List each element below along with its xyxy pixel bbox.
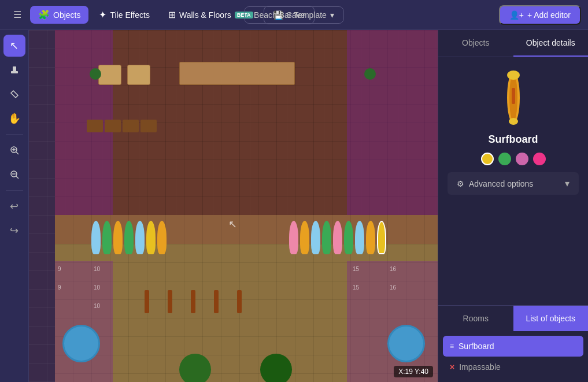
svg-rect-1 [13, 66, 16, 72]
coordinate-display: X:19 Y:40 [394, 366, 433, 377]
fountain-right [387, 325, 425, 362]
svg-point-14 [509, 118, 518, 125]
tab-list-of-objects[interactable]: List of objects [513, 306, 589, 331]
walls-floors-icon: ⊞ [168, 9, 176, 20]
tab-objects-label: Objects [462, 38, 489, 47]
color-swatch-green[interactable] [498, 153, 511, 165]
sidebar-divider-2 [6, 190, 23, 191]
tab-list-label: List of objects [526, 314, 575, 323]
nav-right: 👤+ + Add editor [499, 5, 581, 25]
objects-nav-label: Objects [53, 10, 80, 20]
zoom-out-tool[interactable] [3, 164, 25, 186]
tile-effects-nav-button[interactable]: ✦ Tile Effects [91, 6, 157, 24]
list-item-icon-impassable: × [450, 362, 454, 372]
list-item-icon-surfboard: ≡ [450, 342, 454, 350]
template-label: Beach Bar Template [254, 10, 327, 20]
right-panel: Objects Object details Surfboard [438, 30, 588, 382]
hamburger-icon: ☰ [13, 9, 21, 20]
torches-row [145, 290, 242, 313]
template-button[interactable]: Beach Bar Template ▾ [244, 6, 344, 24]
tile-num-9b: 9 [58, 284, 61, 291]
surfboard-group-left [91, 221, 167, 254]
objects-icon: 🧩 [38, 9, 50, 20]
zoom-in-tool[interactable] [3, 139, 25, 161]
canvas-area[interactable]: 9 9 10 10 10 15 15 16 16 ↖ X:19 Y:40 [29, 30, 438, 382]
tile-num-15b: 15 [353, 284, 359, 291]
object-sprite [496, 69, 531, 127]
erase-tool[interactable] [3, 83, 25, 105]
panel-tabs: Objects Object details [438, 30, 588, 57]
left-sidebar: ↖ ✋ ↩ ↪ [0, 30, 29, 382]
tab-object-details[interactable]: Object details [513, 30, 589, 57]
tree-2 [260, 354, 292, 382]
undo-tool[interactable]: ↩ [3, 195, 25, 217]
selected-surfboard [377, 221, 386, 254]
table-2 [127, 65, 150, 85]
add-editor-icon: 👤+ [509, 10, 524, 20]
tile-num-10b: 10 [94, 284, 100, 291]
list-item-impassable[interactable]: × Impassable [443, 357, 583, 377]
bar-counter [179, 62, 295, 85]
svg-point-13 [507, 71, 520, 80]
add-editor-label: + Add editor [527, 10, 571, 20]
list-item-impassable-label: Impassable [459, 362, 501, 372]
svg-rect-12 [512, 88, 515, 104]
nav-center: Beach Bar Template ▾ [244, 6, 344, 24]
map-lower-left-purple [55, 261, 113, 382]
svg-marker-2 [11, 91, 18, 98]
fountain-left [62, 325, 100, 362]
tile-num-10a: 10 [94, 266, 100, 272]
surfboard-group-right [289, 221, 386, 254]
coord-text: X:19 Y:40 [398, 368, 428, 376]
tile-num-9: 9 [58, 266, 61, 272]
advanced-options-left: ⚙ Advanced options [457, 179, 533, 188]
advanced-options-label: Advanced options [469, 179, 533, 188]
bottom-tab-row: Rooms List of objects [438, 306, 588, 331]
panel-spacer [438, 206, 588, 305]
chevron-down-icon: ▾ [330, 10, 334, 20]
list-item-surfboard[interactable]: ≡ Surfboard [443, 336, 583, 357]
cursor-indicator: ↖ [228, 218, 237, 231]
color-swatches [481, 153, 546, 165]
tile-num-15a: 15 [353, 266, 359, 272]
tile-num-16b: 16 [390, 284, 396, 291]
color-swatch-hotpink[interactable] [533, 153, 546, 165]
objects-nav-button[interactable]: 🧩 Objects [30, 6, 88, 24]
tab-rooms-label: Rooms [463, 314, 489, 323]
select-tool[interactable]: ↖ [3, 35, 25, 57]
redo-tool[interactable]: ↪ [3, 220, 25, 242]
tab-rooms[interactable]: Rooms [438, 306, 513, 331]
surfboard-sprite-svg [505, 71, 522, 125]
color-swatch-yellow[interactable] [481, 153, 494, 165]
sidebar-divider-1 [6, 134, 23, 135]
tree-1 [179, 354, 211, 382]
stamp-tool[interactable] [3, 59, 25, 81]
walls-floors-nav-label: Walls & Floors [179, 10, 231, 20]
color-swatch-pink[interactable] [516, 153, 528, 165]
tab-object-details-label: Object details [526, 38, 575, 47]
chairs-row-1 [87, 120, 157, 132]
tile-effects-icon: ✦ [99, 9, 106, 20]
main-layout: ↖ ✋ ↩ ↪ [0, 30, 588, 382]
object-list: ≡ Surfboard × Impassable [438, 331, 588, 382]
list-item-surfboard-label: Surfboard [458, 342, 494, 351]
object-name: Surfboard [488, 133, 538, 146]
top-nav: ☰ 🧩 Objects ✦ Tile Effects ⊞ Walls & Flo… [0, 0, 588, 30]
object-details-section: Surfboard ⚙ Advanced options ▾ [438, 57, 588, 206]
add-editor-button[interactable]: 👤+ + Add editor [499, 5, 581, 25]
hand-tool[interactable]: ✋ [3, 107, 25, 129]
plant-2 [364, 68, 376, 80]
map-lower-right-purple [347, 261, 438, 382]
tab-objects[interactable]: Objects [438, 30, 513, 57]
advanced-options-toggle[interactable]: ⚙ Advanced options ▾ [448, 172, 579, 195]
tile-num-16a: 16 [390, 266, 396, 272]
bottom-tabs: Rooms List of objects ≡ Surfboard × Impa… [438, 305, 588, 382]
table-1 [98, 65, 121, 85]
plant-1 [90, 68, 101, 80]
tile-num-10c: 10 [94, 303, 100, 309]
gear-icon: ⚙ [457, 179, 464, 188]
svg-line-4 [16, 152, 19, 154]
hamburger-button[interactable]: ☰ [7, 5, 28, 25]
map-right-purple [347, 30, 438, 218]
chevron-down-icon: ▾ [565, 178, 569, 189]
